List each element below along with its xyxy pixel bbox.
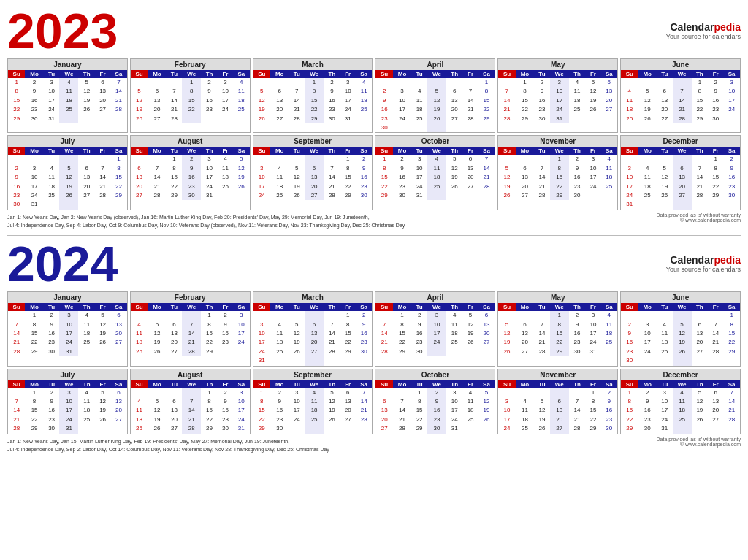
footer-right-2023: Data provided 'as is' without warranty ©… [656,212,741,223]
month-jan-2023: January SuMoTuWeThFrSa 1234567 891011121… [7,58,128,133]
holidays-line2-2024: Jul 4: Independence Day, Sep 2: Labor Da… [7,446,329,453]
holidays-2023: Jan 1: New Year's Day, Jan 2: New Year's… [7,212,405,231]
holidays-2024: Jan 1: New Year's Day, Jan 15: Martin Lu… [7,437,329,456]
calendar-grid-2023-row1: January SuMoTuWeThFrSa 1234567 891011121… [7,58,741,133]
month-nov-2024: November SuMoTuWeThFrSa 12 3456789 10111… [497,369,618,434]
year-2024-title: 2024 [7,239,118,288]
holidays-line1-2024: Jan 1: New Year's Day, Jan 15: Martin Lu… [7,438,329,445]
month-title-feb-2024: February [131,292,250,303]
month-title-mar-2023: March [253,59,373,70]
month-title-jun-2023: June [621,59,740,70]
month-title-jan-2024: January [8,292,127,303]
month-title-oct-2023: October [375,136,495,147]
month-title-nov-2024: November [498,369,617,380]
calendar-grid-2024-row2: July SuMoTuWeThFrSa 123456 78910111213 1… [7,369,741,434]
month-title-jul-2023: July [8,136,127,147]
year-2024-header: 2024 Calendarpedia Your source for calen… [7,239,741,288]
footer-2024: Jan 1: New Year's Day, Jan 15: Martin Lu… [7,437,741,456]
month-title-mar-2024: March [253,292,373,303]
month-sep-2024: September SuMoTuWeThFrSa 1234567 8910111… [253,369,373,434]
holidays-line1-2023: Jan 1: New Year's Day, Jan 2: New Year's… [7,214,405,221]
month-sep-2023: September SuMoTuWeThFrSa 12 3456789 1011… [253,135,373,210]
brand-logo-2024: Calendarpedia Your source for calendars [666,254,741,273]
month-title-aug-2024: August [131,369,250,380]
holidays-line2-2023: Jul 4: Independence Day, Sep 4: Labor Da… [7,222,405,229]
month-jun-2024: June SuMoTuWeThFrSa 1 2345678 9101112131… [620,291,741,366]
footer-note-2023: Data provided 'as is' without warranty [656,212,741,218]
month-jan-2024: January SuMoTuWeThFrSa 123456 7891011121… [7,291,128,366]
month-title-dec-2024: December [621,369,740,380]
brand-tagline-2024: Your source for calendars [666,266,741,273]
brand-url-2023: © www.calendarpedia.com [656,218,741,223]
footer-2023: Jan 1: New Year's Day, Jan 2: New Year's… [7,212,741,231]
month-title-aug-2023: August [131,136,250,147]
brand-calendar-text-2024: Calendar [671,254,714,266]
month-jul-2024: July SuMoTuWeThFrSa 123456 78910111213 1… [7,369,128,434]
month-feb-2023: February SuMoTuWeThFrSa 1234 567891011 1… [130,58,251,133]
brand-logo-2023: Calendarpedia Your source for calendars [666,21,741,40]
brand-pedia-text-2024: pedia [714,254,741,266]
year-2023-title: 2023 [7,6,118,55]
month-dec-2023: December SuMoTuWeThFrSa 12 3456789 10111… [620,135,741,210]
month-title-may-2023: May [498,59,617,70]
month-title-jan-2023: January [8,59,127,70]
month-oct-2023: October SuMoTuWeThFrSa 1234567 891011121… [375,135,495,210]
year-2023-section: 2023 Calendarpedia Your source for calen… [7,6,741,231]
month-dec-2024: December SuMoTuWeThFrSa 1234567 89101112… [620,369,741,434]
month-oct-2024: October SuMoTuWeThFrSa 12345 6789101112 … [375,369,495,434]
month-may-2024: May SuMoTuWeThFrSa 1234 567891011 121314… [497,291,618,366]
brand-tagline-2023: Your source for calendars [666,33,741,40]
calendar-grid-2023-row2: July SuMoTuWeThFrSa 1 2345678 9101112131… [7,135,741,210]
brand-url-2024: © www.calendarpedia.com [656,442,741,447]
month-apr-2024: April SuMoTuWeThFrSa 123456 78910111213 … [375,291,495,366]
brand-calendar-text: Calendar [671,21,714,33]
year-2024-section: 2024 Calendarpedia Your source for calen… [7,239,741,455]
brand-pedia-text: pedia [714,21,741,33]
month-may-2023: May SuMoTuWeThFrSa 123456 78910111213 14… [497,58,618,133]
month-jun-2023: June SuMoTuWeThFrSa 123 45678910 1112131… [620,58,741,133]
month-feb-2024: February SuMoTuWeThFrSa 123 45678910 111… [130,291,251,366]
month-title-apr-2024: April [375,292,495,303]
month-title-oct-2024: October [375,369,495,380]
month-aug-2023: August SuMoTuWeThFrSa 12345 6789101112 1… [130,135,251,210]
month-title-may-2024: May [498,292,617,303]
month-title-jun-2024: June [621,292,740,303]
year-2023-header: 2023 Calendarpedia Your source for calen… [7,6,741,55]
month-title-jul-2024: July [8,369,127,380]
month-jul-2023: July SuMoTuWeThFrSa 1 2345678 9101112131… [7,135,128,210]
footer-note-2024: Data provided 'as is' without warranty [656,437,741,442]
month-mar-2023: March SuMoTuWeThFrSa 1234 567891011 1213… [253,58,373,133]
month-aug-2024: August SuMoTuWeThFrSa 123 45678910 11121… [130,369,251,434]
footer-right-2024: Data provided 'as is' without warranty ©… [656,437,741,447]
month-title-sep-2024: September [253,369,373,380]
month-nov-2023: November SuMoTuWeThFrSa 1234 567891011 1… [497,135,618,210]
month-title-dec-2023: December [621,136,740,147]
month-apr-2023: April SuMoTuWeThFrSa 1 2345678 910111213… [375,58,495,133]
calendar-grid-2024-row1: January SuMoTuWeThFrSa 123456 7891011121… [7,291,741,366]
month-title-nov-2023: November [498,136,617,147]
month-title-sep-2023: September [253,136,373,147]
month-mar-2024: March SuMoTuWeThFrSa 12 3456789 10111213… [253,291,373,366]
month-title-apr-2023: April [375,59,495,70]
month-title-feb-2023: February [131,59,250,70]
